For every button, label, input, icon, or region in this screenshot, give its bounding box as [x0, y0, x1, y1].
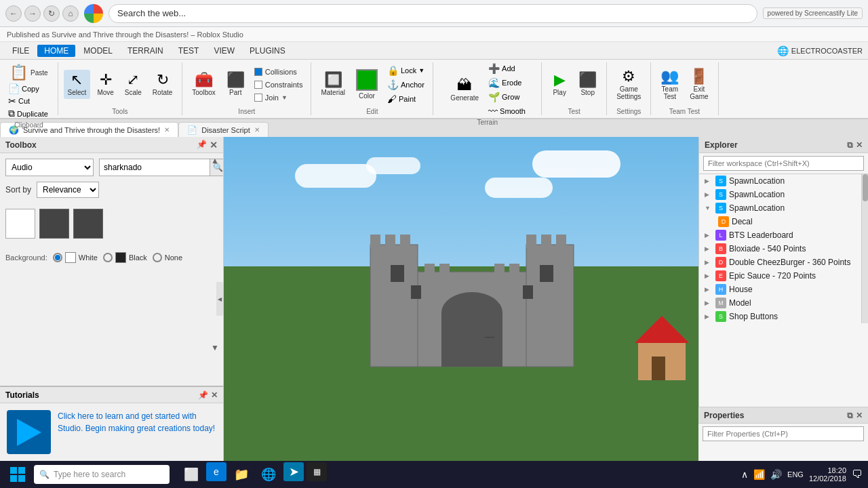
smooth-button[interactable]: 〰 Smooth — [486, 105, 528, 117]
tree-item-cheezburger[interactable]: ▶ D Double CheezBurger - 360 Points — [699, 256, 868, 269]
menu-home[interactable]: HOME — [37, 45, 75, 57]
tree-item-model[interactable]: ▶ M Model — [699, 296, 868, 310]
sort-dropdown[interactable]: Relevance Most Taken Updated Ratings — [37, 182, 99, 198]
tree-item-house[interactable]: ▶ H House — [699, 283, 868, 296]
address-bar[interactable]: Search the web... — [108, 4, 757, 23]
material-button[interactable]: 🔲 Material — [317, 70, 349, 99]
paint-button[interactable]: 🖌 Paint — [384, 93, 427, 105]
stop-button[interactable]: ⬛ Stop — [574, 70, 601, 99]
generate-button[interactable]: 🏔 Generate — [446, 75, 483, 104]
taskbar-notification[interactable]: 🗨 — [852, 468, 863, 481]
panel-collapse-handle[interactable]: ◀ — [216, 282, 223, 316]
paste-button[interactable]: 📋 Paste — [5, 62, 52, 83]
game-settings-button[interactable]: ⚙ GameSettings — [612, 66, 645, 103]
rotate-label: Rotate — [153, 89, 172, 96]
menu-model[interactable]: MODEL — [77, 45, 119, 57]
tab-disaster-close[interactable]: ✕ — [254, 126, 260, 134]
tree-item-decal[interactable]: D Decal — [699, 215, 868, 228]
menu-plugins[interactable]: PLUGINS — [243, 45, 292, 57]
play-button[interactable]: ▶ Play — [547, 70, 572, 99]
part-button[interactable]: ⬛ Part — [222, 70, 249, 99]
join-dropdown-icon[interactable]: ▼ — [281, 94, 288, 101]
bg-white-option[interactable]: White — [53, 252, 98, 263]
result-item-1[interactable] — [5, 209, 35, 239]
toolbox-close[interactable]: ✕ — [210, 140, 218, 150]
toolbox-pin[interactable]: 📌 — [197, 140, 207, 150]
join-checkbox[interactable]: Join ▼ — [252, 92, 306, 103]
taskbar-explorer[interactable]: 📁 — [229, 462, 254, 487]
menu-view[interactable]: VIEW — [207, 45, 241, 57]
properties-close[interactable]: ✕ — [856, 411, 863, 420]
tab-disaster-script[interactable]: 📄 Disaster Script ✕ — [178, 122, 269, 137]
anchor-button[interactable]: ⚓ Anchor — [384, 79, 427, 91]
lock-button[interactable]: 🔒 Lock ▼ — [384, 64, 427, 77]
collisions-checkbox[interactable]: Collisions — [252, 66, 306, 77]
forward-button[interactable]: → — [24, 5, 41, 22]
scroll-down-arrow[interactable]: ▼ — [211, 343, 219, 352]
explorer-filter-input[interactable] — [703, 156, 864, 171]
tree-item-epicsauce[interactable]: ▶ E Epic Sauce - 720 Points — [699, 269, 868, 283]
erode-button[interactable]: 🌊 Erode — [486, 77, 528, 89]
taskbar-app1[interactable]: ➤ — [283, 462, 304, 481]
move-button[interactable]: ✛ Move — [93, 70, 117, 99]
properties-undock[interactable]: ⧉ — [847, 411, 853, 420]
bg-none-radio[interactable] — [153, 253, 162, 262]
tree-item-spawn3[interactable]: ▼ S SpawnLocation — [699, 201, 868, 215]
menu-test[interactable]: TEST — [172, 45, 206, 57]
lock-dropdown-icon[interactable]: ▼ — [418, 67, 425, 74]
explorer-undock[interactable]: ⧉ — [847, 140, 853, 150]
bg-black-option[interactable]: Black — [103, 252, 147, 263]
taskbar-task-view[interactable]: ⬜ — [179, 462, 203, 487]
back-button[interactable]: ← — [5, 5, 22, 22]
result-item-3[interactable] — [73, 209, 103, 239]
home-button[interactable]: ⌂ — [62, 5, 79, 22]
color-swatch[interactable] — [356, 69, 378, 91]
viewport[interactable]: ── — [224, 137, 698, 461]
cut-button[interactable]: ✂ Cut — [5, 95, 33, 107]
rotate-button[interactable]: ↻ Rotate — [149, 70, 176, 99]
team-test-button[interactable]: 👥 TeamTest — [656, 66, 683, 103]
constraints-checkbox[interactable]: Constraints — [252, 79, 306, 90]
result-item-2[interactable] — [39, 209, 69, 239]
taskbar-chrome[interactable]: 🌐 — [256, 462, 281, 487]
tab-survive-close[interactable]: ✕ — [164, 126, 170, 134]
menu-terrain[interactable]: TERRAIN — [121, 45, 170, 57]
taskbar-app2[interactable]: ▦ — [307, 462, 327, 481]
tree-item-bloxiade[interactable]: ▶ B Bloxiade - 540 Points — [699, 242, 868, 256]
category-dropdown[interactable]: Audio — [5, 159, 94, 176]
scroll-up-arrow[interactable]: ▲ — [211, 156, 219, 165]
tree-item-leaderboard[interactable]: ▶ L BTS Leaderboard — [699, 228, 868, 242]
bg-none-option[interactable]: None — [153, 253, 182, 262]
tree-item-shop[interactable]: ▶ S Shop Buttons — [699, 310, 868, 323]
tutorials-text[interactable]: Click here to learn and get started with… — [58, 410, 216, 434]
explorer-scrollbar[interactable] — [861, 174, 868, 323]
taskbar-sys-tray[interactable]: ∧ — [741, 469, 748, 480]
properties-filter-input[interactable] — [703, 426, 864, 441]
toolbox-button[interactable]: 🧰 Toolbox — [188, 70, 219, 99]
reload-button[interactable]: ↻ — [43, 5, 60, 22]
menu-file[interactable]: FILE — [5, 45, 36, 57]
add-button[interactable]: ➕ Add — [486, 62, 528, 75]
erode-label: Erode — [502, 79, 521, 87]
start-button[interactable] — [5, 462, 30, 487]
tutorials-close[interactable]: ✕ — [211, 390, 218, 400]
color-button[interactable]: Color — [352, 66, 382, 102]
tree-item-spawn2[interactable]: ▶ S SpawnLocation — [699, 188, 868, 201]
explorer-scrollbar-thumb[interactable] — [863, 174, 868, 201]
search-input[interactable] — [100, 161, 210, 174]
duplicate-button[interactable]: ⧉ Duplicate — [5, 107, 51, 120]
exit-game-button[interactable]: 🚪 ExitGame — [686, 66, 712, 103]
bg-black-radio[interactable] — [103, 253, 113, 262]
taskbar-search-box[interactable]: 🔍 Type here to search — [34, 465, 170, 484]
select-button[interactable]: ↖ Select — [64, 70, 91, 99]
windows-icon — [9, 466, 26, 483]
scale-button[interactable]: ⤢ Scale — [121, 70, 146, 99]
bg-white-radio[interactable] — [53, 253, 62, 262]
tutorials-link[interactable]: Click here to learn and get started with… — [58, 411, 215, 433]
taskbar-edge[interactable]: e — [206, 462, 226, 481]
copy-button[interactable]: 📄 Copy — [5, 83, 42, 95]
grow-button[interactable]: 🌱 Grow — [486, 91, 528, 103]
explorer-close[interactable]: ✕ — [856, 140, 863, 150]
tutorials-pin[interactable]: 📌 — [198, 390, 208, 400]
tree-item-spawn1[interactable]: ▶ S SpawnLocation — [699, 174, 868, 188]
